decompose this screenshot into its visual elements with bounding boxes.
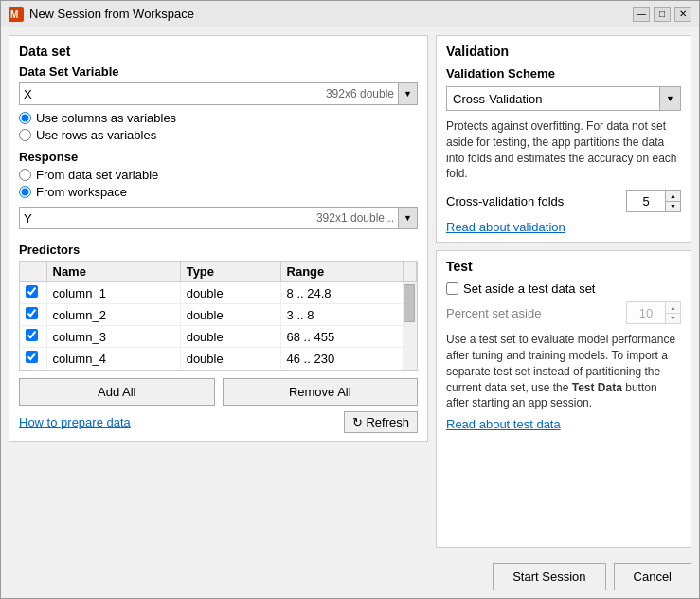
cv-folds-spinner[interactable]: ▲ ▼ xyxy=(665,191,680,211)
scroll-area[interactable] xyxy=(404,282,417,370)
row4-range: 46 .. 230 xyxy=(280,348,403,370)
row3-type: double xyxy=(180,326,280,348)
percent-row: Percent set aside ▲ ▼ xyxy=(446,301,681,324)
validation-scheme-label: Validation Scheme xyxy=(446,66,681,81)
set-aside-checkbox-row[interactable]: Set aside a test data set xyxy=(446,281,681,296)
from-workspace-radio-item[interactable]: From workspace xyxy=(19,185,418,199)
from-workspace-radio[interactable] xyxy=(19,186,31,198)
folds-spinner-up[interactable]: ▲ xyxy=(666,191,680,202)
right-panel: Validation Validation Scheme Cross-Valid… xyxy=(436,35,691,548)
remove-all-button[interactable]: Remove All xyxy=(223,378,419,406)
dataset-section-title: Data set xyxy=(19,44,418,59)
rows-radio-label: Use rows as variables xyxy=(36,128,156,142)
title-bar: M New Session from Workspace — □ ✕ xyxy=(1,1,699,27)
variable-type-text: 392x6 double xyxy=(326,87,398,100)
row3-check-cell[interactable] xyxy=(20,326,46,348)
variable-name-text: X xyxy=(20,87,326,101)
response-variable-dropdown[interactable]: Y 392x1 double... ▼ xyxy=(19,207,418,229)
response-radio-group: From data set variable From workspace xyxy=(19,168,418,199)
cancel-button[interactable]: Cancel xyxy=(614,563,691,590)
row1-checkbox[interactable] xyxy=(26,285,38,298)
columns-radio[interactable] xyxy=(19,112,31,124)
test-section: Test Set aside a test data set Percent s… xyxy=(436,250,691,548)
response-label: Response xyxy=(19,150,418,164)
col-header-range: Range xyxy=(280,262,403,282)
row4-check-cell[interactable] xyxy=(20,348,46,370)
rows-radio[interactable] xyxy=(19,129,31,141)
set-aside-checkbox[interactable] xyxy=(446,282,458,295)
test-section-title: Test xyxy=(446,259,681,274)
predictors-table: Name Type Range column_1 double xyxy=(20,262,417,370)
add-all-button[interactable]: Add All xyxy=(19,378,215,406)
cv-folds-input-group[interactable]: ▲ ▼ xyxy=(626,190,681,212)
orientation-radio-group: Use columns as variables Use rows as var… xyxy=(19,111,418,142)
from-dataset-radio[interactable] xyxy=(19,169,31,181)
row3-range: 68 .. 455 xyxy=(280,326,403,348)
row1-check-cell[interactable] xyxy=(20,282,46,304)
folds-spinner-down[interactable]: ▼ xyxy=(666,202,680,212)
read-about-validation-link[interactable]: Read about validation xyxy=(446,220,565,234)
validation-section: Validation Validation Scheme Cross-Valid… xyxy=(436,35,691,243)
col-header-name: Name xyxy=(46,262,180,282)
start-session-button[interactable]: Start Session xyxy=(493,563,605,590)
svg-text:M: M xyxy=(10,9,18,20)
row2-check-cell[interactable] xyxy=(20,304,46,326)
refresh-icon: ↻ xyxy=(352,415,363,429)
row4-name: column_4 xyxy=(46,348,180,370)
response-var-type-text: 392x1 double... xyxy=(316,211,398,225)
table-row: column_2 double 3 .. 8 xyxy=(20,304,417,326)
data-set-variable-dropdown[interactable]: X 392x6 double ▼ xyxy=(19,82,418,105)
cv-folds-row: Cross-validation folds ▲ ▼ xyxy=(446,190,681,212)
main-content: Data set Data Set Variable X 392x6 doubl… xyxy=(1,27,699,555)
window-controls: — □ ✕ xyxy=(633,7,691,22)
footer: Start Session Cancel xyxy=(1,555,699,598)
from-dataset-radio-item[interactable]: From data set variable xyxy=(19,168,418,182)
how-to-prepare-link[interactable]: How to prepare data xyxy=(19,415,131,429)
row1-name: column_1 xyxy=(46,282,180,304)
row1-range: 8 .. 24.8 xyxy=(280,282,403,304)
row4-checkbox[interactable] xyxy=(26,351,38,363)
row2-checkbox[interactable] xyxy=(26,307,38,319)
read-about-test-link[interactable]: Read about test data xyxy=(446,417,561,431)
cv-folds-label: Cross-validation folds xyxy=(446,194,564,209)
cv-folds-input[interactable] xyxy=(627,191,665,211)
row3-checkbox[interactable] xyxy=(26,329,38,341)
maximize-button[interactable]: □ xyxy=(654,7,671,22)
percent-spinner: ▲ ▼ xyxy=(665,302,680,323)
row3-name: column_3 xyxy=(46,326,180,348)
col-header-check xyxy=(20,262,46,282)
refresh-button[interactable]: ↻ Refresh xyxy=(344,411,418,433)
col-header-scroll xyxy=(404,262,417,282)
columns-radio-label: Use columns as variables xyxy=(36,111,176,125)
test-description: Use a test set to evaluate model perform… xyxy=(446,332,681,411)
row2-name: column_2 xyxy=(46,304,180,326)
rows-radio-item[interactable]: Use rows as variables xyxy=(19,128,418,142)
close-button[interactable]: ✕ xyxy=(674,7,691,22)
data-set-variable-label: Data Set Variable xyxy=(19,64,418,79)
validation-scheme-dropdown[interactable]: Cross-Validation ▼ xyxy=(446,86,681,111)
bottom-row: How to prepare data ↻ Refresh xyxy=(19,411,418,433)
response-dropdown-arrow[interactable]: ▼ xyxy=(398,208,417,228)
set-aside-label: Set aside a test data set xyxy=(463,281,595,296)
test-desc-highlight: Test Data xyxy=(572,381,622,394)
row4-type: double xyxy=(180,348,280,370)
validation-scheme-arrow[interactable]: ▼ xyxy=(659,87,680,110)
col-header-type: Type xyxy=(180,262,280,282)
row1-type: double xyxy=(180,282,280,304)
predictor-buttons: Add All Remove All xyxy=(19,378,418,406)
table-row: column_3 double 68 .. 455 xyxy=(20,326,417,348)
row2-range: 3 .. 8 xyxy=(280,304,403,326)
dataset-section: Data set Data Set Variable X 392x6 doubl… xyxy=(9,35,428,442)
variable-dropdown-arrow[interactable]: ▼ xyxy=(398,83,417,104)
minimize-button[interactable]: — xyxy=(633,7,650,22)
from-dataset-radio-label: From data set variable xyxy=(36,168,158,182)
table-row: column_1 double 8 .. 24.8 xyxy=(20,282,417,304)
validation-section-title: Validation xyxy=(446,44,681,59)
from-workspace-radio-label: From workspace xyxy=(36,185,127,199)
percent-input-group: ▲ ▼ xyxy=(626,301,681,324)
row2-type: double xyxy=(180,304,280,326)
response-var-name-text: Y xyxy=(20,211,316,226)
window-title: New Session from Workspace xyxy=(29,7,633,21)
percent-spinner-up: ▲ xyxy=(666,302,680,314)
columns-radio-item[interactable]: Use columns as variables xyxy=(19,111,418,125)
